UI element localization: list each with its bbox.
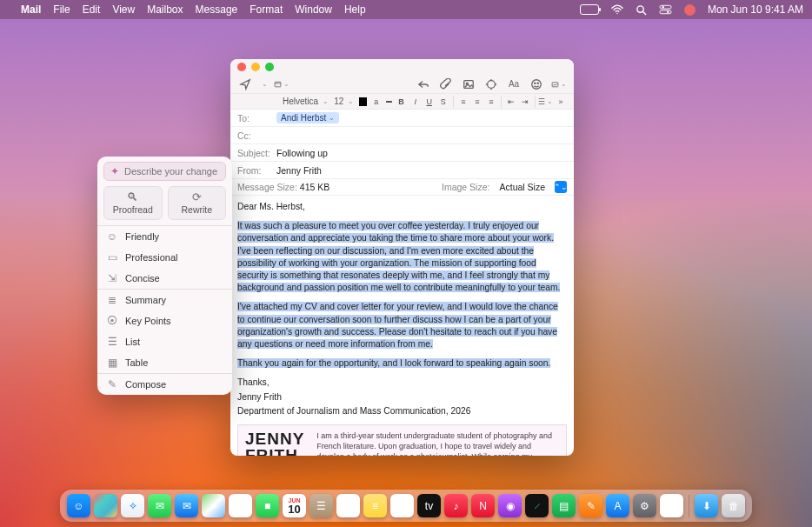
dock-reminders[interactable]: ☰	[336, 494, 360, 517]
resume-attachment[interactable]: JENNY FRITH I am a third-year student un…	[237, 424, 567, 456]
table-item[interactable]: ▦Table	[97, 352, 232, 373]
describe-change-field[interactable]: ✦	[103, 162, 226, 181]
rewrite-button[interactable]: ⟳ Rewrite	[168, 186, 227, 220]
indent-button[interactable]: ⇥	[521, 97, 529, 107]
menu-edit[interactable]: Edit	[83, 3, 101, 16]
menu-mailbox[interactable]: Mailbox	[147, 3, 183, 16]
reply-button[interactable]	[416, 78, 431, 90]
insert-photo-button[interactable]	[461, 78, 476, 90]
from-label: From:	[237, 165, 276, 176]
strikethrough-button[interactable]: S	[439, 97, 448, 107]
from-field[interactable]: Jenny Frith	[276, 165, 567, 176]
attach-button[interactable]	[438, 78, 454, 90]
dock-app-store[interactable]: A	[606, 494, 629, 517]
dock-notes[interactable]: ≡	[363, 494, 387, 517]
outdent-button[interactable]: ⇤	[507, 97, 516, 107]
dock-news[interactable]: N	[471, 494, 495, 517]
dock-launchpad[interactable]	[94, 494, 117, 517]
photo-browser-button[interactable]: ⌄	[551, 78, 567, 90]
dock-mail[interactable]: ✉︎	[175, 494, 198, 517]
dock-separator	[689, 495, 689, 517]
dock-stocks[interactable]: ⟋	[525, 494, 549, 517]
dock-finder[interactable]: ☺︎	[67, 494, 90, 517]
dock-numbers[interactable]: ▤	[552, 494, 576, 517]
menu-help[interactable]: Help	[344, 3, 366, 16]
text-color-button[interactable]	[359, 97, 366, 106]
writing-tools-popover: ✦ 🔍︎ Proofread ⟳ Rewrite ☺︎Friendly ▭Pro…	[97, 157, 232, 395]
menu-file[interactable]: File	[53, 3, 70, 16]
menubar-app-name[interactable]: Mail	[21, 3, 41, 16]
greeting: Dear Ms. Herbst,	[237, 201, 567, 213]
to-token[interactable]: Andi Herbst	[276, 112, 339, 123]
to-row: To: Andi Herbst	[230, 110, 574, 127]
to-label: To:	[237, 113, 276, 123]
send-options-button[interactable]: ⌄	[260, 78, 267, 90]
font-size-select[interactable]: 12⌄	[334, 97, 354, 106]
dock-messages[interactable]: ✉︎	[148, 494, 171, 517]
italic-button[interactable]: I	[411, 97, 420, 107]
format-button[interactable]: Aa	[506, 78, 522, 90]
dock-music[interactable]: ♪	[444, 494, 468, 517]
header-fields-button[interactable]: ⌄	[274, 78, 290, 90]
align-right-button[interactable]: ≡	[487, 97, 496, 107]
wifi-icon[interactable]	[611, 4, 623, 15]
menu-message[interactable]: Message	[196, 3, 238, 16]
underline-button[interactable]: U	[425, 97, 434, 107]
align-left-button[interactable]: ≡	[459, 97, 468, 107]
tone-professional-item[interactable]: ▭Professional	[97, 247, 232, 268]
image-size-label: Image Size:	[442, 182, 489, 192]
cc-label: Cc:	[237, 130, 276, 141]
text-ref-icon[interactable]: a	[372, 97, 381, 107]
writing-tools-button[interactable]	[483, 78, 499, 90]
dock-maps[interactable]: ➤	[202, 494, 225, 517]
list-button[interactable]: ☰⌄	[541, 97, 551, 107]
tone-friendly-item[interactable]: ☺︎Friendly	[97, 226, 232, 247]
keypoints-item[interactable]: ⦿Key Points	[97, 310, 232, 331]
proofread-button[interactable]: 🔍︎ Proofread	[103, 186, 163, 220]
subject-field[interactable]: Following up	[276, 148, 567, 158]
spotlight-icon[interactable]	[636, 4, 647, 16]
bold-button[interactable]: B	[397, 97, 406, 107]
dock-system-settings[interactable]: ⚙︎	[633, 494, 656, 517]
dock-pages[interactable]: ✎	[579, 494, 602, 517]
dock-freeform[interactable]: ✎	[390, 494, 414, 517]
window-titlebar[interactable]	[230, 59, 574, 75]
tone-concise-item[interactable]: ⇲Concise	[97, 268, 232, 289]
dock-podcasts[interactable]: ◉	[498, 494, 522, 517]
list-item[interactable]: ☰List	[97, 331, 232, 352]
describe-change-input[interactable]	[124, 166, 232, 177]
dock-tv[interactable]: tv	[417, 494, 441, 517]
dock-facetime[interactable]: ■	[256, 494, 279, 517]
control-center-icon[interactable]	[659, 4, 672, 15]
summary-item[interactable]: ≣Summary	[97, 290, 232, 310]
menu-view[interactable]: View	[112, 3, 135, 16]
more-format-button[interactable]: »	[556, 97, 565, 107]
to-field[interactable]: Andi Herbst	[276, 112, 567, 123]
align-center-button[interactable]: ≡	[473, 97, 482, 107]
menu-format[interactable]: Format	[250, 3, 283, 16]
dock-iphone-mirroring[interactable]: ▮	[660, 494, 683, 517]
zoom-window-button[interactable]	[265, 63, 274, 71]
svg-point-5	[667, 11, 669, 13]
battery-icon[interactable]	[580, 4, 599, 15]
dock-downloads[interactable]: ⬇︎	[695, 494, 718, 517]
image-size-select[interactable]: Actual Size	[495, 181, 549, 193]
message-body[interactable]: Dear Ms. Herbst, It was such a pleasure …	[230, 196, 574, 456]
dock-photos[interactable]: ✿	[229, 494, 252, 517]
dock-trash[interactable]: 🗑︎	[722, 494, 745, 517]
dock-safari[interactable]: ✧	[121, 494, 144, 517]
dock-calendar[interactable]: JUN10	[283, 494, 306, 517]
compose-item[interactable]: ✎Compose	[97, 374, 232, 395]
user-avatar-icon[interactable]	[684, 4, 696, 16]
send-button[interactable]	[237, 78, 253, 90]
strike-button[interactable]	[386, 101, 392, 103]
menu-window[interactable]: Window	[295, 3, 332, 16]
font-family-select[interactable]: Helvetica⌄	[283, 97, 329, 106]
image-size-stepper[interactable]: ⌃⌄	[555, 181, 567, 193]
minimize-window-button[interactable]	[251, 63, 260, 71]
dock-contacts[interactable]: ☰	[309, 494, 333, 517]
from-row: From: Jenny Frith	[230, 162, 574, 179]
menubar-clock[interactable]: Mon Jun 10 9:41 AM	[708, 3, 803, 16]
emoji-button[interactable]	[529, 78, 544, 90]
close-window-button[interactable]	[237, 63, 246, 71]
